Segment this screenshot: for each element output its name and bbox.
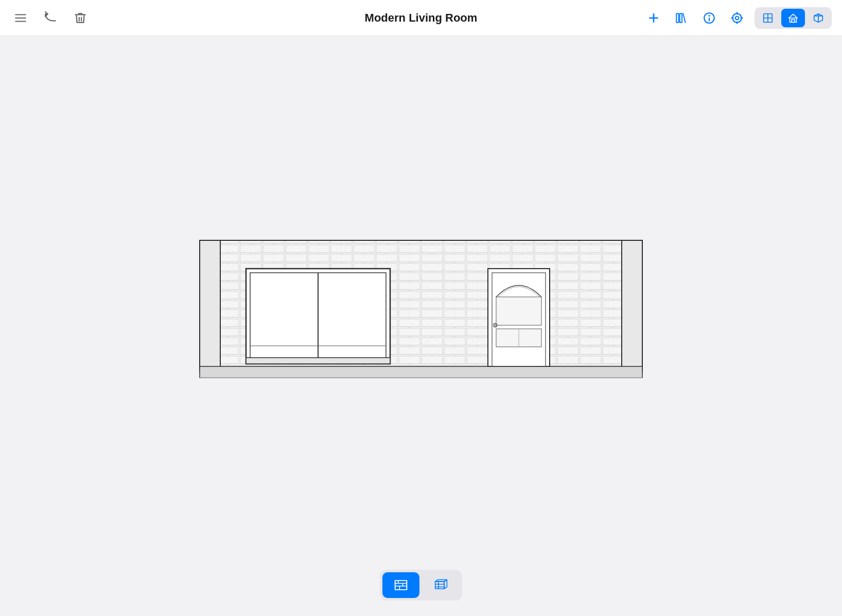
svg-rect-34: [200, 366, 642, 378]
svg-rect-32: [622, 240, 642, 372]
add-button[interactable]: [643, 8, 664, 28]
elevation-tab[interactable]: [382, 572, 419, 598]
menu-button[interactable]: [10, 8, 31, 28]
canvas-area[interactable]: [0, 36, 842, 616]
info-button[interactable]: [699, 8, 720, 28]
undo-button[interactable]: [40, 8, 61, 28]
svg-rect-43: [496, 297, 541, 325]
svg-point-48: [493, 324, 496, 327]
toolbar-right: [558, 7, 832, 29]
svg-rect-20: [792, 19, 795, 22]
view-3d-button[interactable]: [806, 9, 830, 27]
svg-rect-30: [200, 240, 220, 372]
svg-point-10: [732, 13, 741, 22]
view-house-button[interactable]: [781, 9, 805, 27]
target-button[interactable]: [727, 8, 747, 28]
toolbar: Modern Living Room: [0, 0, 842, 36]
page-title: Modern Living Room: [365, 11, 478, 25]
toolbar-center: Modern Living Room: [284, 11, 558, 25]
svg-rect-56: [435, 582, 445, 589]
elevation-drawing: [195, 235, 647, 384]
library-button[interactable]: [671, 8, 692, 28]
svg-rect-19: [790, 18, 797, 22]
svg-rect-49: [395, 580, 407, 590]
view-2d-button[interactable]: [756, 9, 780, 27]
svg-rect-6: [680, 13, 682, 22]
perspective-tab[interactable]: [423, 572, 460, 598]
svg-rect-55: [395, 580, 407, 590]
elevation-wrapper: [195, 235, 647, 386]
trash-button[interactable]: [70, 8, 91, 28]
svg-rect-40: [246, 358, 390, 364]
svg-point-11: [735, 16, 739, 20]
toolbar-left: [10, 8, 284, 28]
svg-rect-5: [676, 13, 678, 22]
bottom-tab-bar: [380, 570, 462, 601]
view-toggle-group: [755, 7, 832, 29]
